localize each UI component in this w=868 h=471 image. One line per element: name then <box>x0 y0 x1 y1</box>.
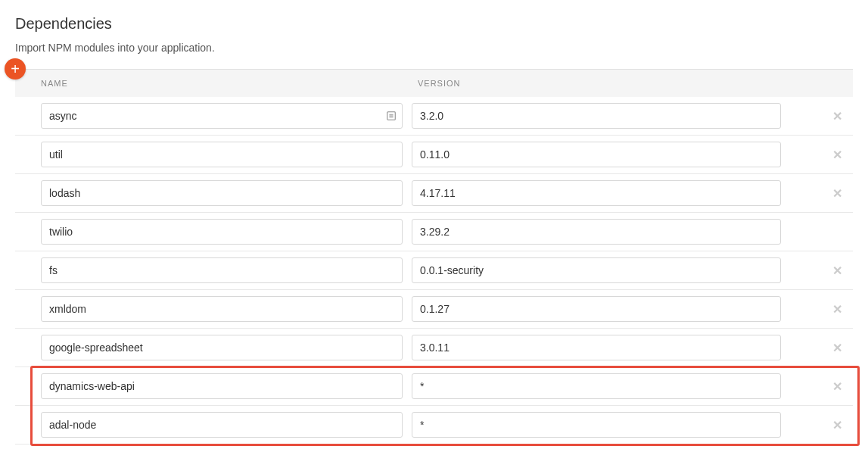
package-name-input[interactable] <box>41 296 403 322</box>
package-version-input[interactable] <box>412 373 781 399</box>
table-row: ✕ <box>15 329 853 367</box>
package-name-input[interactable] <box>41 103 403 129</box>
remove-icon[interactable]: ✕ <box>832 110 842 123</box>
remove-icon[interactable]: ✕ <box>832 148 842 161</box>
dependencies-table: NAME VERSION ✕✕✕✕✕✕✕✕ <box>15 69 853 444</box>
package-version-input[interactable] <box>412 142 781 167</box>
table-row: ✕ <box>15 97 853 136</box>
package-name-input[interactable] <box>41 219 403 245</box>
table-row: ✕ <box>15 174 853 213</box>
package-version-input[interactable] <box>412 412 781 438</box>
dependencies-table-wrapper: + NAME VERSION ✕✕✕✕✕✕✕✕ <box>15 69 853 444</box>
table-row: ✕ <box>15 406 853 444</box>
package-version-input[interactable] <box>412 257 781 283</box>
add-dependency-button[interactable]: + <box>5 58 26 80</box>
table-row: ✕ <box>15 136 853 174</box>
table-row <box>15 213 853 251</box>
section-title: Dependencies <box>15 15 853 33</box>
remove-icon[interactable]: ✕ <box>832 187 842 200</box>
remove-icon[interactable]: ✕ <box>832 303 842 316</box>
package-name-input[interactable] <box>41 335 403 360</box>
package-name-input[interactable] <box>41 373 403 399</box>
plus-icon: + <box>11 61 20 76</box>
section-description: Import NPM modules into your application… <box>15 42 853 54</box>
package-version-input[interactable] <box>412 296 781 322</box>
table-row: ✕ <box>15 251 853 290</box>
table-row: ✕ <box>15 367 853 406</box>
package-version-input[interactable] <box>412 219 781 245</box>
package-name-input[interactable] <box>41 412 403 438</box>
remove-icon[interactable]: ✕ <box>832 380 842 393</box>
package-name-input[interactable] <box>41 142 403 167</box>
package-version-input[interactable] <box>412 103 781 129</box>
remove-icon[interactable]: ✕ <box>832 264 842 277</box>
remove-icon[interactable]: ✕ <box>832 342 842 354</box>
package-name-input[interactable] <box>41 257 403 283</box>
package-name-input[interactable] <box>41 180 403 206</box>
package-version-input[interactable] <box>412 335 781 360</box>
remove-icon[interactable]: ✕ <box>832 419 842 432</box>
table-header: NAME VERSION <box>15 70 853 97</box>
header-version: VERSION <box>409 79 853 88</box>
header-name: NAME <box>15 79 409 88</box>
table-row: ✕ <box>15 290 853 329</box>
package-version-input[interactable] <box>412 180 781 206</box>
